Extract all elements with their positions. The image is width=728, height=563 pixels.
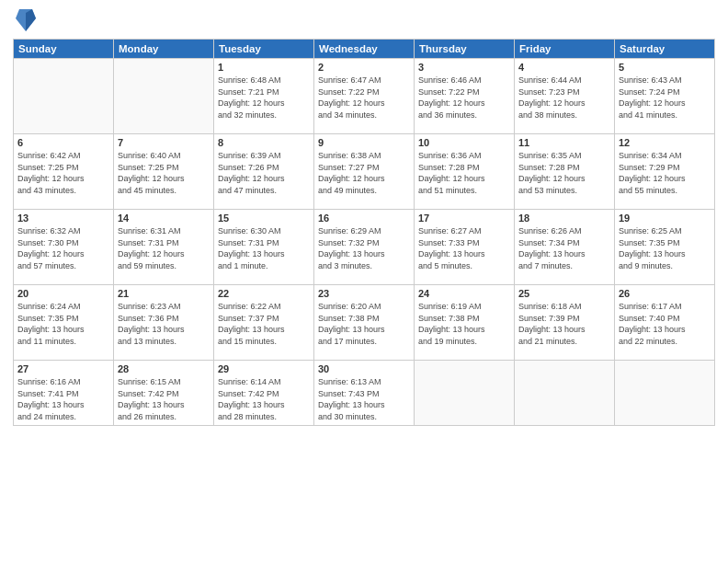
calendar-cell: 20Sunrise: 6:24 AMSunset: 7:35 PMDayligh…: [14, 285, 114, 361]
calendar-cell: [415, 361, 515, 426]
day-number: 8: [218, 137, 310, 148]
calendar-cell: 6Sunrise: 6:42 AMSunset: 7:25 PMDaylight…: [14, 134, 114, 210]
week-row-4: 20Sunrise: 6:24 AMSunset: 7:35 PMDayligh…: [14, 285, 715, 361]
day-info: Sunrise: 6:24 AMSunset: 7:35 PMDaylight:…: [17, 301, 109, 347]
calendar-cell: 19Sunrise: 6:25 AMSunset: 7:35 PMDayligh…: [615, 210, 715, 285]
day-number: 9: [318, 137, 410, 148]
calendar-cell: 22Sunrise: 6:22 AMSunset: 7:37 PMDayligh…: [214, 285, 314, 361]
day-info: Sunrise: 6:32 AMSunset: 7:30 PMDaylight:…: [17, 225, 109, 271]
header: [13, 9, 715, 31]
calendar-cell: 30Sunrise: 6:13 AMSunset: 7:43 PMDayligh…: [314, 361, 415, 426]
day-info: Sunrise: 6:18 AMSunset: 7:39 PMDaylight:…: [518, 301, 610, 347]
calendar-cell: 11Sunrise: 6:35 AMSunset: 7:28 PMDayligh…: [515, 134, 615, 210]
day-number: 15: [218, 213, 310, 224]
calendar-table: SundayMondayTuesdayWednesdayThursdayFrid…: [13, 39, 715, 426]
day-number: 10: [418, 137, 510, 148]
day-info: Sunrise: 6:43 AMSunset: 7:24 PMDaylight:…: [619, 75, 711, 121]
day-number: 17: [418, 213, 510, 224]
day-info: Sunrise: 6:36 AMSunset: 7:28 PMDaylight:…: [418, 150, 510, 196]
day-info: Sunrise: 6:38 AMSunset: 7:27 PMDaylight:…: [318, 150, 410, 196]
day-number: 30: [318, 363, 410, 374]
calendar-cell: [14, 59, 114, 134]
day-info: Sunrise: 6:29 AMSunset: 7:32 PMDaylight:…: [318, 225, 410, 271]
weekday-monday: Monday: [114, 40, 214, 59]
calendar-cell: 26Sunrise: 6:17 AMSunset: 7:40 PMDayligh…: [615, 285, 715, 361]
calendar-cell: 2Sunrise: 6:47 AMSunset: 7:22 PMDaylight…: [314, 59, 415, 134]
calendar-cell: 1Sunrise: 6:48 AMSunset: 7:21 PMDaylight…: [214, 59, 314, 134]
weekday-header-row: SundayMondayTuesdayWednesdayThursdayFrid…: [14, 40, 715, 59]
weekday-sunday: Sunday: [14, 40, 114, 59]
day-number: 12: [619, 137, 711, 148]
day-number: 20: [17, 288, 109, 299]
calendar-cell: 27Sunrise: 6:16 AMSunset: 7:41 PMDayligh…: [14, 361, 114, 426]
weekday-wednesday: Wednesday: [314, 40, 415, 59]
day-info: Sunrise: 6:39 AMSunset: 7:26 PMDaylight:…: [218, 150, 310, 196]
calendar-cell: 21Sunrise: 6:23 AMSunset: 7:36 PMDayligh…: [114, 285, 214, 361]
day-info: Sunrise: 6:48 AMSunset: 7:21 PMDaylight:…: [218, 75, 310, 121]
day-info: Sunrise: 6:23 AMSunset: 7:36 PMDaylight:…: [118, 301, 210, 347]
calendar-cell: 8Sunrise: 6:39 AMSunset: 7:26 PMDaylight…: [214, 134, 314, 210]
day-number: 2: [318, 62, 410, 73]
week-row-2: 6Sunrise: 6:42 AMSunset: 7:25 PMDaylight…: [14, 134, 715, 210]
calendar-cell: 10Sunrise: 6:36 AMSunset: 7:28 PMDayligh…: [415, 134, 515, 210]
logo-icon: [16, 6, 36, 31]
day-number: 5: [619, 62, 711, 73]
calendar-cell: 5Sunrise: 6:43 AMSunset: 7:24 PMDaylight…: [615, 59, 715, 134]
day-info: Sunrise: 6:35 AMSunset: 7:28 PMDaylight:…: [518, 150, 610, 196]
day-info: Sunrise: 6:22 AMSunset: 7:37 PMDaylight:…: [218, 301, 310, 347]
day-number: 6: [17, 137, 109, 148]
day-info: Sunrise: 6:19 AMSunset: 7:38 PMDaylight:…: [418, 301, 510, 347]
calendar-cell: 29Sunrise: 6:14 AMSunset: 7:42 PMDayligh…: [214, 361, 314, 426]
day-number: 24: [418, 288, 510, 299]
calendar-cell: 4Sunrise: 6:44 AMSunset: 7:23 PMDaylight…: [515, 59, 615, 134]
day-info: Sunrise: 6:34 AMSunset: 7:29 PMDaylight:…: [619, 150, 711, 196]
calendar-cell: 14Sunrise: 6:31 AMSunset: 7:31 PMDayligh…: [114, 210, 214, 285]
day-info: Sunrise: 6:44 AMSunset: 7:23 PMDaylight:…: [518, 75, 610, 121]
calendar-cell: 9Sunrise: 6:38 AMSunset: 7:27 PMDaylight…: [314, 134, 415, 210]
day-number: 11: [518, 137, 610, 148]
day-info: Sunrise: 6:14 AMSunset: 7:42 PMDaylight:…: [218, 376, 310, 422]
day-number: 23: [318, 288, 410, 299]
weekday-tuesday: Tuesday: [214, 40, 314, 59]
day-number: 25: [518, 288, 610, 299]
day-number: 22: [218, 288, 310, 299]
day-number: 28: [118, 363, 210, 374]
day-info: Sunrise: 6:30 AMSunset: 7:31 PMDaylight:…: [218, 225, 310, 271]
calendar-cell: 7Sunrise: 6:40 AMSunset: 7:25 PMDaylight…: [114, 134, 214, 210]
calendar-cell: 12Sunrise: 6:34 AMSunset: 7:29 PMDayligh…: [615, 134, 715, 210]
logo: [13, 9, 36, 31]
day-info: Sunrise: 6:26 AMSunset: 7:34 PMDaylight:…: [518, 225, 610, 271]
week-row-1: 1Sunrise: 6:48 AMSunset: 7:21 PMDaylight…: [14, 59, 715, 134]
day-info: Sunrise: 6:46 AMSunset: 7:22 PMDaylight:…: [418, 75, 510, 121]
calendar-cell: [515, 361, 615, 426]
day-info: Sunrise: 6:42 AMSunset: 7:25 PMDaylight:…: [17, 150, 109, 196]
day-info: Sunrise: 6:47 AMSunset: 7:22 PMDaylight:…: [318, 75, 410, 121]
day-number: 19: [619, 213, 711, 224]
calendar-cell: 28Sunrise: 6:15 AMSunset: 7:42 PMDayligh…: [114, 361, 214, 426]
calendar-cell: 18Sunrise: 6:26 AMSunset: 7:34 PMDayligh…: [515, 210, 615, 285]
day-number: 7: [118, 137, 210, 148]
calendar-cell: 24Sunrise: 6:19 AMSunset: 7:38 PMDayligh…: [415, 285, 515, 361]
calendar-cell: 25Sunrise: 6:18 AMSunset: 7:39 PMDayligh…: [515, 285, 615, 361]
calendar-cell: 17Sunrise: 6:27 AMSunset: 7:33 PMDayligh…: [415, 210, 515, 285]
day-number: 4: [518, 62, 610, 73]
day-number: 13: [17, 213, 109, 224]
day-info: Sunrise: 6:17 AMSunset: 7:40 PMDaylight:…: [619, 301, 711, 347]
day-info: Sunrise: 6:13 AMSunset: 7:43 PMDaylight:…: [318, 376, 410, 422]
day-info: Sunrise: 6:31 AMSunset: 7:31 PMDaylight:…: [118, 225, 210, 271]
day-info: Sunrise: 6:27 AMSunset: 7:33 PMDaylight:…: [418, 225, 510, 271]
day-number: 1: [218, 62, 310, 73]
day-info: Sunrise: 6:16 AMSunset: 7:41 PMDaylight:…: [17, 376, 109, 422]
day-info: Sunrise: 6:40 AMSunset: 7:25 PMDaylight:…: [118, 150, 210, 196]
calendar-cell: [615, 361, 715, 426]
week-row-5: 27Sunrise: 6:16 AMSunset: 7:41 PMDayligh…: [14, 361, 715, 426]
weekday-thursday: Thursday: [415, 40, 515, 59]
day-number: 27: [17, 363, 109, 374]
day-number: 16: [318, 213, 410, 224]
calendar-cell: [114, 59, 214, 134]
day-info: Sunrise: 6:25 AMSunset: 7:35 PMDaylight:…: [619, 225, 711, 271]
calendar-cell: 13Sunrise: 6:32 AMSunset: 7:30 PMDayligh…: [14, 210, 114, 285]
svg-marker-1: [26, 9, 36, 31]
calendar-cell: 3Sunrise: 6:46 AMSunset: 7:22 PMDaylight…: [415, 59, 515, 134]
week-row-3: 13Sunrise: 6:32 AMSunset: 7:30 PMDayligh…: [14, 210, 715, 285]
